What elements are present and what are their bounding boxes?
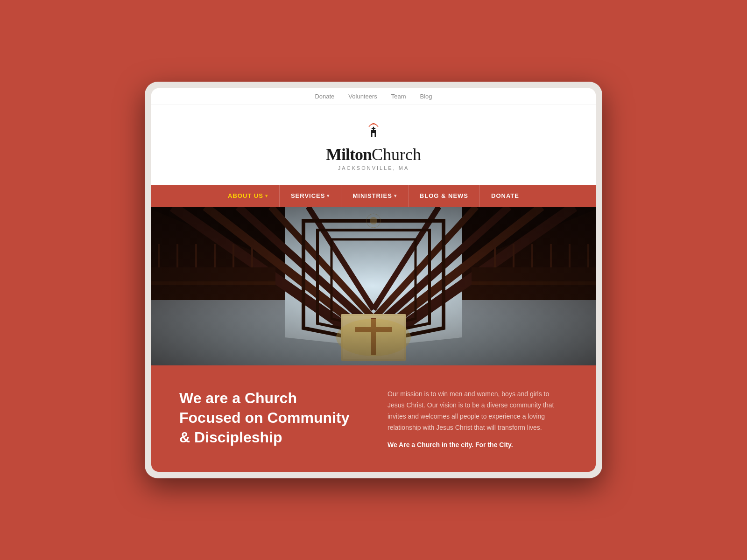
utility-bar: Donate Volunteers Team Blog (151, 88, 596, 105)
nav-about-us[interactable]: ABOUT US ▾ (217, 185, 280, 207)
chevron-down-icon: ▾ (394, 193, 397, 198)
chevron-down-icon: ▾ (327, 193, 330, 198)
utility-nav-volunteers[interactable]: Volunteers (348, 93, 377, 100)
content-tagline: We Are a Church in the city. For the Cit… (388, 441, 568, 448)
svg-rect-47 (151, 207, 596, 365)
nav-services[interactable]: SERVICES ▾ (280, 185, 342, 207)
nav-donate[interactable]: DONATE (480, 185, 530, 207)
tablet-screen: Donate Volunteers Team Blog (151, 88, 596, 471)
svg-rect-3 (372, 128, 375, 130)
church-logo-icon (362, 119, 385, 142)
logo-subtitle: JACKSONVILLE, MA (338, 165, 409, 171)
content-right: Our mission is to win men and women, boy… (388, 389, 568, 448)
hero-image (151, 207, 596, 365)
main-nav: ABOUT US ▾ SERVICES ▾ MINISTRIES ▾ BLOG … (151, 185, 596, 207)
utility-nav-blog[interactable]: Blog (420, 93, 432, 100)
nav-ministries[interactable]: MINISTRIES ▾ (341, 185, 408, 207)
content-section: We are a Church Focused on Community & D… (151, 365, 596, 471)
logo-text: Milton Church (326, 145, 421, 164)
svg-rect-4 (372, 133, 374, 137)
utility-nav: Donate Volunteers Team Blog (151, 93, 596, 100)
utility-nav-team[interactable]: Team (391, 93, 406, 100)
logo-header: Milton Church JACKSONVILLE, MA (151, 105, 596, 185)
utility-nav-donate[interactable]: Donate (315, 93, 334, 100)
logo-container: Milton Church JACKSONVILLE, MA (326, 119, 421, 171)
logo-name-regular: Church (372, 145, 421, 164)
tablet-frame: Donate Volunteers Team Blog (145, 82, 602, 478)
content-left: We are a Church Focused on Community & D… (179, 389, 359, 447)
content-heading: We are a Church Focused on Community & D… (179, 389, 359, 447)
chevron-down-icon: ▾ (265, 193, 268, 198)
content-description: Our mission is to win men and women, boy… (388, 389, 568, 433)
logo-name-bold: Milton (326, 145, 372, 164)
nav-blog-news[interactable]: BLOG & NEWS (409, 185, 480, 207)
